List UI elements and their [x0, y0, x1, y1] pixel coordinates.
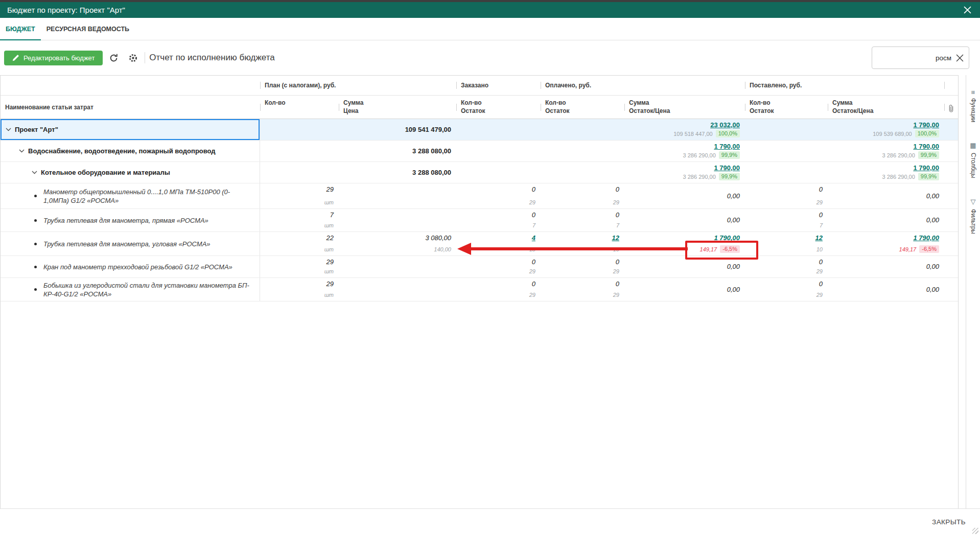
paid-qty-cell: [541, 162, 624, 183]
paid-sum-cell: 0,00: [624, 209, 745, 231]
plan-sum-cell: [339, 256, 456, 277]
row-name: Манометр общепромышленный 0....1,0 МПа Т…: [43, 188, 251, 205]
row-name: Трубка петлевая для манометра, угловая «…: [43, 240, 211, 248]
attachment-cell: [944, 162, 958, 183]
value-secondary: 7: [820, 222, 823, 229]
value-secondary: 29: [613, 291, 619, 298]
percent-badge: 99,9%: [719, 151, 740, 159]
filter-icon: ▽: [969, 198, 977, 205]
dialog-footer: ЗАКРЫТЬ: [0, 508, 980, 535]
vertical-scrollbar-track[interactable]: [959, 75, 966, 508]
expand-chevron-icon[interactable]: [19, 149, 25, 153]
table-row[interactable]: Водоснабжение, водоотведение, пожарный в…: [1, 141, 958, 162]
value-secondary: 3 286 290,0099,9%: [882, 151, 939, 159]
side-tab-label: Фильтры: [970, 209, 977, 234]
table-row[interactable]: Трубка петлевая для манометра, прямая «Р…: [1, 209, 958, 232]
row-name: Котельное оборудование и материалы: [41, 169, 170, 176]
plan-sum-cell: [339, 278, 456, 301]
value-link[interactable]: 1 790,00: [714, 234, 740, 242]
side-tab-menu[interactable]: ≡Функции: [969, 90, 977, 122]
del-sum-cell: 1 790,00109 539 689,00100,0%: [828, 119, 944, 140]
value-link[interactable]: 1 790,00: [714, 164, 740, 172]
value-secondary: 10: [816, 246, 823, 253]
bullet-icon: [34, 288, 37, 291]
plan-qty-cell: 7шт: [260, 209, 339, 231]
table-subheader-row: Наименование статьи затрат Кол-во СуммаЦ…: [1, 96, 958, 119]
ordered-cell: 029: [456, 256, 541, 277]
column-header-delivered-sum: СуммаОстаток/Цена: [828, 96, 944, 119]
attachment-cell: [944, 278, 958, 301]
value-link[interactable]: 1 790,00: [913, 143, 939, 150]
expand-chevron-icon[interactable]: [6, 128, 11, 131]
close-dialog-button[interactable]: ЗАКРЫТЬ: [931, 516, 967, 528]
value-link[interactable]: 12: [612, 234, 619, 242]
paid-qty-cell: 029: [541, 183, 624, 208]
value: 0: [532, 185, 535, 193]
paid-qty-cell: [541, 141, 624, 161]
expand-chevron-icon[interactable]: [32, 171, 37, 174]
bullet-icon: [34, 219, 37, 222]
plan-qty-cell: 29шт: [260, 256, 339, 277]
side-tab-label: Функции: [970, 98, 977, 122]
table-row[interactable]: Манометр общепромышленный 0....1,0 МПа Т…: [1, 183, 958, 209]
side-tab-columns[interactable]: ▦Столбцы: [969, 142, 977, 178]
del-qty-cell: [745, 141, 828, 161]
close-icon[interactable]: [962, 5, 973, 16]
value-secondary: 7: [532, 222, 535, 229]
pencil-icon: [12, 55, 19, 61]
edit-budget-button[interactable]: Редактировать бюджет: [4, 51, 103, 65]
plan-qty-cell: 29шт: [260, 183, 339, 208]
tab-bar: БЮДЖЕТ РЕСУРСНАЯ ВЕДОМОСТЬ: [0, 18, 980, 40]
bullet-icon: [34, 243, 37, 245]
paid-qty-cell: 029: [541, 256, 624, 277]
column-header-ordered-qty: Кол-воОстаток: [456, 96, 541, 119]
value-link[interactable]: 4: [532, 234, 535, 242]
table-row[interactable]: Бобышка из углеродистой стали для устано…: [1, 278, 958, 301]
dialog-title: Бюджет по проекту: Проект "Арт": [7, 6, 125, 14]
value: 0,00: [727, 192, 740, 200]
del-sum-cell: 0,00: [828, 183, 944, 208]
tab-budget[interactable]: БЮДЖЕТ: [0, 18, 41, 40]
row-name: Бобышка из углеродистой стали для устано…: [43, 281, 251, 298]
refresh-icon[interactable]: [105, 50, 122, 65]
del-qty-cell: 029: [745, 256, 828, 277]
value-link[interactable]: 1 790,00: [913, 234, 939, 242]
paid-sum-cell: 23 032,00109 518 447,00100,0%: [624, 119, 745, 140]
value: 0,00: [926, 286, 939, 293]
clear-search-icon[interactable]: [956, 54, 964, 62]
value-secondary: 149,17-6,5%: [700, 245, 740, 253]
row-name: Трубка петлевая для манометра, прямая «Р…: [43, 216, 208, 225]
value: 0: [616, 185, 619, 193]
budget-table: План (с налогами), руб. Заказано Оплачен…: [0, 75, 959, 508]
resize-grip-icon[interactable]: [972, 528, 978, 534]
gear-icon[interactable]: [124, 50, 142, 65]
side-tab-filter[interactable]: ▽Фильтры: [969, 198, 977, 234]
plan-qty-cell: 29шт: [260, 278, 339, 301]
plan-sum-cell: 3 288 080,00: [339, 141, 456, 161]
row-name-cell: Бобышка из углеродистой стали для устано…: [1, 278, 260, 301]
del-qty-cell: 029: [745, 183, 828, 208]
value-link[interactable]: 1 790,00: [913, 164, 939, 172]
table-row[interactable]: Проект "Арт"109 541 479,0023 032,00109 5…: [1, 119, 958, 141]
value-link[interactable]: 1 790,00: [714, 143, 740, 150]
value: 0,00: [926, 216, 939, 224]
value-secondary: шт: [324, 222, 334, 229]
row-name: Водоснабжение, водоотведение, пожарный в…: [28, 147, 216, 155]
value-secondary: 7: [616, 222, 619, 229]
value-link[interactable]: 1 790,00: [913, 121, 939, 129]
tab-resource-sheet[interactable]: РЕСУРСНАЯ ВЕДОМОСТЬ: [41, 18, 135, 40]
del-sum-cell: 1 790,003 286 290,0099,9%: [828, 141, 944, 161]
value-secondary: 3 286 290,0099,9%: [683, 173, 740, 180]
value: 0: [532, 211, 535, 219]
paid-sum-cell: 0,00: [624, 183, 745, 208]
value-link[interactable]: 23 032,00: [710, 121, 740, 129]
table-row[interactable]: Котельное оборудование и материалы3 288 …: [1, 162, 958, 183]
value-link[interactable]: 12: [815, 234, 823, 242]
attachment-cell: [944, 183, 958, 208]
table-row[interactable]: Трубка петлевая для манометра, угловая «…: [1, 232, 958, 256]
value-secondary: шт: [324, 199, 334, 206]
paid-qty-cell: 07: [541, 209, 624, 231]
value-secondary: 29: [529, 199, 535, 206]
table-row[interactable]: Кран под манометр трехходовой резьбовой …: [1, 256, 958, 278]
search-input[interactable]: [877, 54, 951, 62]
